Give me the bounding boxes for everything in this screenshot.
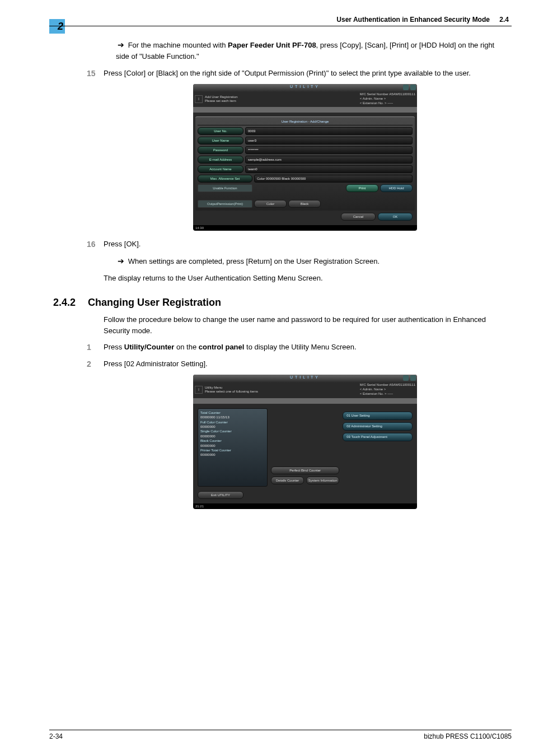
field-user-no[interactable]: 0003 — [245, 127, 413, 135]
label-usable-function: Usable Function — [198, 184, 252, 192]
header-rule — [49, 26, 512, 26]
counter-single-label: Single Color Counter — [200, 429, 265, 433]
label-user-name[interactable]: User Name — [198, 137, 243, 144]
screenshot-utility-menu: UTILITY i Utility Menu Please select one… — [104, 375, 507, 508]
info-left-l2: Please select one of following items — [205, 390, 317, 394]
counter-full-value: 00000000 — [200, 424, 265, 429]
info-right-l3: < Extension No. > ----- — [360, 101, 415, 106]
utility-footer: Cancel OK — [195, 211, 415, 223]
label-email[interactable]: E-mail Address — [198, 156, 243, 164]
step-text: Press [OK]. — [104, 240, 140, 248]
info-left-l1: Utility Menu — [205, 386, 317, 390]
utility-menu-body: Total Counter 00000000 11/15/13 Full Col… — [195, 406, 415, 489]
menu-admin-setting[interactable]: 02 Administrator Setting — [343, 422, 413, 431]
row-password: Password ******** — [198, 146, 413, 154]
info-left-l2: Please set each item — [205, 99, 317, 103]
step-16: 16 Press [OK]. — [104, 239, 507, 250]
running-title: User Authentication in Enhanced Security… — [336, 16, 509, 24]
counter-full-label: Full Color Counter — [200, 420, 265, 424]
utility-strip — [193, 107, 417, 113]
content-area: ➔ For the machine mounted with Paper Fee… — [104, 39, 507, 517]
counter-panel: Total Counter 00000000 11/15/13 Full Col… — [198, 408, 268, 487]
running-title-text: User Authentication in Enhanced Security… — [336, 16, 490, 24]
step1-b1: Utility/Counter — [124, 343, 175, 351]
details-counter-button[interactable]: Details Counter — [271, 477, 304, 484]
perfect-bind-counter-button[interactable]: Perfect Bind Counter — [271, 466, 339, 474]
step1-pre: Press — [104, 343, 124, 351]
row-max-allowance: Max. Allowance Set Color 00000500 Black … — [198, 175, 413, 183]
system-information-button[interactable]: System Information — [306, 477, 339, 484]
running-section-ref: 2.4 — [499, 16, 509, 24]
step-number: 16 — [87, 239, 96, 250]
utility-info-row: i Add User Registration Please set each … — [193, 92, 417, 107]
center-buttons: Perfect Bind Counter Details Counter Sys… — [271, 408, 339, 487]
info-right-l3: < Extension No. > ----- — [360, 392, 415, 396]
menu-touch-panel-adjustment[interactable]: 03 Touch Panel Adjustment — [343, 433, 413, 441]
step16-sub: ➔ When settings are completed, press [Re… — [116, 255, 507, 267]
field-user-name[interactable]: user3 — [245, 137, 413, 144]
field-max-allowance: Color 00000500 Black 00000500 — [254, 175, 413, 183]
counter-single-value: 00000000 — [200, 434, 265, 438]
counter-black-value: 00000000 — [200, 444, 265, 448]
step1-mid: on the — [174, 343, 198, 351]
status-time: 14:30 — [195, 226, 204, 230]
step-text: Press [Color] or [Black] on the right si… — [104, 69, 471, 77]
cancel-button[interactable]: Cancel — [341, 213, 376, 221]
note-text-a: For the machine mounted with — [128, 41, 228, 49]
row-email: E-mail Address sample@address.com — [198, 156, 413, 164]
label-user-no[interactable]: User No. — [198, 127, 243, 135]
titlebar-icon — [410, 375, 416, 381]
arrow-icon: ➔ — [116, 255, 126, 267]
step2-text: Press [02 Administrator Setting]. — [104, 360, 208, 368]
info-icon: i — [195, 95, 203, 103]
info-icon: i — [195, 386, 203, 394]
step16-sub-text: When settings are completed, press [Retu… — [128, 257, 380, 265]
step1-b2: control panel — [199, 343, 245, 351]
page-number: 2-34 — [49, 732, 63, 740]
print-button[interactable]: Print — [346, 184, 378, 192]
field-password[interactable]: ******** — [245, 146, 413, 154]
counter-total-label: Total Counter — [200, 410, 265, 415]
exit-utility-button[interactable]: Exit UTILITY — [198, 491, 243, 499]
label-output-permission: OutputPermission(Print) — [198, 200, 252, 208]
status-bar: 14:30 — [193, 225, 417, 231]
arrow-icon: ➔ — [116, 39, 126, 51]
row-usable-function: Usable Function Print HDD Hold — [198, 184, 413, 192]
exit-row: Exit UTILITY — [195, 489, 415, 501]
counter-total-value: 00000000 11/15/13 — [200, 415, 265, 419]
utility-titlebar: UTILITY — [193, 375, 417, 382]
row-output-permission: OutputPermission(Print) Color Black — [198, 200, 413, 208]
color-button[interactable]: Color — [254, 200, 287, 208]
page-header: 2 User Authentication in Enhanced Securi… — [0, 16, 534, 26]
status-bar: 21:21 — [193, 503, 417, 509]
section-intro: Follow the procedure below to change the… — [104, 314, 507, 336]
chapter-tab: 2 — [49, 19, 65, 34]
titlebar-icon — [410, 85, 416, 90]
menu-user-setting[interactable]: 01 User Setting — [343, 412, 413, 420]
black-button[interactable]: Black — [288, 200, 321, 208]
utility-strip — [193, 398, 417, 404]
label-max-allowance[interactable]: Max. Allowance Set — [198, 175, 252, 183]
step-1: 1 Press Utility/Counter on the control p… — [104, 342, 507, 353]
field-email[interactable]: sample@address.com — [245, 156, 413, 164]
label-password[interactable]: Password — [198, 146, 243, 154]
step-number: 2 — [87, 358, 91, 370]
step-15: 15 Press [Color] or [Black] on the right… — [104, 68, 507, 79]
ok-button[interactable]: OK — [378, 213, 413, 221]
utility-title: UTILITY — [290, 375, 320, 379]
step16-return-text: The display returns to the User Authenti… — [104, 274, 323, 282]
titlebar-icons — [403, 375, 416, 381]
note-text-bold: Paper Feeder Unit PF-708 — [228, 41, 316, 49]
info-right-l1: M/C Serial Number A5AW011000111 — [360, 92, 415, 97]
row-user-name: User Name user3 — [198, 137, 413, 144]
counter-black-label: Black Counter — [200, 438, 265, 443]
status-time: 21:21 — [195, 505, 204, 508]
label-account[interactable]: Account Name — [198, 165, 243, 173]
step16-return: The display returns to the User Authenti… — [104, 273, 507, 284]
row-user-no: User No. 0003 — [198, 127, 413, 135]
info-left-l1: Add User Registration — [205, 95, 317, 99]
field-account[interactable]: team0 — [245, 165, 413, 173]
utility-title: UTILITY — [290, 85, 320, 88]
utility-info-row: i Utility Menu Please select one of foll… — [193, 382, 417, 398]
hdd-hold-button[interactable]: HDD Hold — [380, 184, 413, 192]
